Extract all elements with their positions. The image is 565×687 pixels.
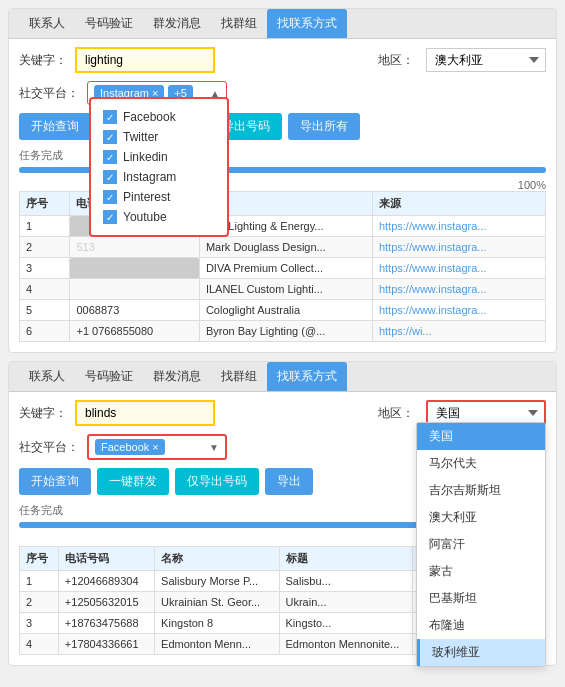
dropdown-label-youtube: Youtube: [123, 210, 167, 224]
region-option-australia[interactable]: 澳大利亚: [417, 504, 545, 531]
region-option-us[interactable]: 美国: [417, 423, 545, 450]
dropdown-item-facebook[interactable]: ✓ Facebook: [99, 107, 219, 127]
table-row: 5 0068873 Cologlight Australia https://w…: [20, 300, 546, 321]
export-all-button[interactable]: 导出所有: [288, 113, 360, 140]
bregion-label: 地区：: [378, 405, 418, 422]
dropdown-item-linkedin[interactable]: ✓ Linkedin: [99, 147, 219, 167]
bcol-num: 序号: [20, 547, 59, 571]
checkbox-facebook: ✓: [103, 110, 117, 124]
table-row: 2 513 Mark Douglass Design... https://ww…: [20, 237, 546, 258]
btab-contacts[interactable]: 联系人: [19, 362, 75, 391]
bbroadcast-button[interactable]: 一键群发: [97, 468, 169, 495]
keyword-input[interactable]: [75, 47, 215, 73]
dropdown-item-youtube[interactable]: ✓ Youtube: [99, 207, 219, 227]
checkbox-pinterest: ✓: [103, 190, 117, 204]
bcol-name: 名称: [155, 547, 279, 571]
platform-dropdown: ✓ Facebook ✓ Twitter ✓ Linkedin ✓ Instag…: [89, 97, 229, 237]
bplatform-label: 社交平台：: [19, 439, 79, 456]
region-option-kyrgyzstan[interactable]: 吉尔吉斯斯坦: [417, 477, 545, 504]
dropdown-item-pinterest[interactable]: ✓ Pinterest: [99, 187, 219, 207]
tab-verify[interactable]: 号码验证: [75, 9, 143, 38]
btab-verify[interactable]: 号码验证: [75, 362, 143, 391]
region-dropdown: 美国 马尔代夫 吉尔吉斯斯坦 澳大利亚 阿富汗 蒙古 巴基斯坦 布隆迪 玻利维亚: [416, 422, 546, 667]
tab-broadcast[interactable]: 群发消息: [143, 9, 211, 38]
region-option-bolivia[interactable]: 玻利维亚: [417, 639, 545, 666]
bexport-code-button[interactable]: 仅导出号码: [175, 468, 259, 495]
btab-findcontact[interactable]: 找联系方式: [267, 362, 347, 391]
bcol-title: 标题: [279, 547, 412, 571]
bplatform-dropdown-arrow[interactable]: ▼: [209, 442, 219, 453]
btab-findgroup[interactable]: 找群组: [211, 362, 267, 391]
region-option-mongolia[interactable]: 蒙古: [417, 558, 545, 585]
keyword-row: 关键字： 地区： 澳大利亚: [19, 47, 546, 73]
dropdown-label-facebook: Facebook: [123, 110, 176, 124]
checkbox-instagram: ✓: [103, 170, 117, 184]
search-button[interactable]: 开始查询: [19, 113, 91, 140]
bkeyword-input[interactable]: [75, 400, 215, 426]
dropdown-label-pinterest: Pinterest: [123, 190, 170, 204]
region-select[interactable]: 澳大利亚: [426, 48, 546, 72]
tab-findgroup[interactable]: 找群组: [211, 9, 267, 38]
dropdown-item-twitter[interactable]: ✓ Twitter: [99, 127, 219, 147]
top-panel: 联系人 号码验证 群发消息 找群组 找联系方式 关键字： 地区： 澳大利亚 社交…: [8, 8, 557, 353]
bplatform-tag-facebook: Facebook ×: [95, 439, 165, 455]
region-option-afghanistan[interactable]: 阿富汗: [417, 531, 545, 558]
col-source: 来源: [372, 192, 545, 216]
keyword-label: 关键字：: [19, 52, 67, 69]
table-row: 6 +1 0766855080 Byron Bay Lighting (@...…: [20, 321, 546, 342]
region-option-pakistan[interactable]: 巴基斯坦: [417, 585, 545, 612]
dropdown-label-linkedin: Linkedin: [123, 150, 168, 164]
checkbox-linkedin: ✓: [103, 150, 117, 164]
bexport-all-button[interactable]: 导出: [265, 468, 313, 495]
checkbox-youtube: ✓: [103, 210, 117, 224]
bplatform-tag-close[interactable]: ×: [152, 441, 158, 453]
dropdown-label-instagram: Instagram: [123, 170, 176, 184]
region-option-burundi[interactable]: 布隆迪: [417, 612, 545, 639]
table-row: 3 DIVA Premium Collect... https://www.in…: [20, 258, 546, 279]
bottom-tabs: 联系人 号码验证 群发消息 找群组 找联系方式: [9, 362, 556, 392]
bcol-phone: 电话号码: [58, 547, 154, 571]
tab-contacts[interactable]: 联系人: [19, 9, 75, 38]
bkeyword-label: 关键字：: [19, 405, 67, 422]
region-label: 地区：: [378, 52, 418, 69]
col-num: 序号: [20, 192, 70, 216]
region-option-maldives[interactable]: 马尔代夫: [417, 450, 545, 477]
checkbox-twitter: ✓: [103, 130, 117, 144]
bsearch-button[interactable]: 开始查询: [19, 468, 91, 495]
bottom-panel: 联系人 号码验证 群发消息 找群组 找联系方式 关键字： 地区： 美国 社交平台…: [8, 361, 557, 666]
table-row: 4 ILANEL Custom Lighti... https://www.in…: [20, 279, 546, 300]
btab-broadcast[interactable]: 群发消息: [143, 362, 211, 391]
dropdown-label-twitter: Twitter: [123, 130, 158, 144]
dropdown-item-instagram[interactable]: ✓ Instagram: [99, 167, 219, 187]
top-tabs: 联系人 号码验证 群发消息 找群组 找联系方式: [9, 9, 556, 39]
platform-label: 社交平台：: [19, 85, 79, 102]
tab-findcontact[interactable]: 找联系方式: [267, 9, 347, 38]
bplatform-select[interactable]: Facebook × ▼: [87, 434, 227, 460]
